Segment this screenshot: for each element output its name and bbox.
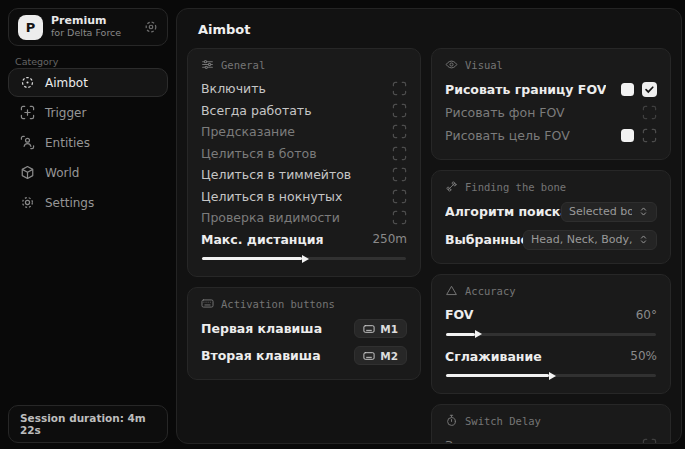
bone-algorithm-dropdown[interactable]: Selected bone: [561, 202, 657, 222]
key-label: M2: [380, 350, 398, 362]
session-duration: Session duration: 4m 22s: [8, 405, 168, 443]
setting-label: Проверка видимости: [201, 210, 340, 225]
checkbox[interactable]: [392, 210, 407, 225]
slider-thumb[interactable]: [549, 372, 556, 380]
stopwatch-icon: [445, 414, 458, 427]
general-card: General Включить Всегда работать: [187, 48, 421, 277]
setting-row: FOV 60°: [445, 304, 657, 326]
card-title-label: Accuracy: [465, 285, 516, 297]
dropdown-value: Head, Neck, Body, Pe..: [531, 233, 632, 246]
sync-icon[interactable]: [144, 20, 158, 34]
color-swatch[interactable]: [621, 129, 634, 142]
sidebar-item-label: Settings: [45, 196, 94, 210]
setting-label: Алгоритм поиска кост: [445, 204, 561, 219]
eye-icon: [445, 58, 458, 71]
checkbox[interactable]: [392, 167, 407, 182]
setting-label: FOV: [445, 307, 474, 322]
sidebar-item-world[interactable]: World: [8, 158, 168, 187]
setting-row: Выбранные кос Head, Neck, Body, Pe..: [445, 228, 657, 251]
setting-label: Выбранные кос: [445, 232, 523, 247]
smoothing-slider[interactable]: [446, 374, 656, 377]
session-duration-label: Session duration: 4m 22s: [20, 412, 156, 436]
switch-delay-card: Switch Delay Задержка переключения Задер…: [431, 404, 671, 444]
setting-row: Вторая клавиша M2: [201, 344, 407, 367]
setting-label: Целиться в тиммейтов: [201, 167, 351, 182]
checkbox[interactable]: [642, 105, 657, 120]
card-title-label: General: [221, 59, 265, 71]
triangle-icon: [445, 284, 458, 297]
sidebar-item-label: World: [45, 166, 79, 180]
setting-label: Предсказание: [201, 124, 295, 139]
premium-card: P Premium for Delta Force: [8, 8, 168, 46]
crosshair-icon: [20, 75, 35, 90]
unfold-icon: [638, 234, 649, 245]
sidebar-item-label: Aimbot: [45, 76, 88, 90]
checkbox[interactable]: [642, 82, 657, 97]
setting-row: Макс. дистанция 250m: [201, 229, 407, 251]
setting-label: Рисовать фон FOV: [445, 105, 565, 120]
app-logo: P: [18, 15, 43, 40]
card-title-label: Switch Delay: [465, 415, 541, 427]
setting-row: Сглаживание 50%: [445, 346, 657, 368]
sidebar-item-settings[interactable]: Settings: [8, 188, 168, 217]
page-title: Aimbot: [198, 22, 681, 37]
slider-thumb[interactable]: [475, 330, 482, 338]
keyboard-icon: [363, 350, 375, 362]
first-key-button[interactable]: M1: [354, 319, 407, 338]
fov-value: 60°: [636, 308, 657, 322]
trigger-icon: [20, 105, 35, 120]
card-title-label: Finding the bone: [465, 181, 566, 193]
category-label: Category: [15, 56, 58, 67]
dropdown-value: Selected bone: [569, 205, 632, 218]
keyboard-icon: [363, 323, 375, 335]
second-key-button[interactable]: M2: [354, 346, 407, 365]
checkbox[interactable]: [392, 81, 407, 96]
sidebar-item-label: Entities: [45, 136, 90, 150]
bone-icon: [445, 180, 458, 193]
setting-label: Сглаживание: [445, 349, 542, 364]
key-label: M1: [380, 323, 398, 335]
color-swatch[interactable]: [621, 83, 634, 96]
setting-row: Рисовать границу FOV: [445, 78, 657, 101]
product-name: Premium: [51, 15, 121, 28]
selected-bones-dropdown[interactable]: Head, Neck, Body, Pe..: [523, 230, 657, 250]
card-title-label: Visual: [465, 59, 503, 71]
sidebar-item-trigger[interactable]: Trigger: [8, 98, 168, 127]
checkbox[interactable]: [392, 124, 407, 139]
setting-row: Задержка переключения: [445, 434, 657, 444]
setting-row: Алгоритм поиска кост Selected bone: [445, 200, 657, 223]
activation-buttons-card: Activation buttons Первая клавиша M1 Вто…: [187, 287, 421, 380]
product-subtitle: for Delta Force: [51, 28, 121, 39]
checkbox[interactable]: [642, 438, 657, 444]
checkbox[interactable]: [392, 103, 407, 118]
setting-label: Всегда работать: [201, 103, 312, 118]
setting-label: Первая клавиша: [201, 321, 322, 336]
setting-label: Целиться в нокнутых: [201, 189, 342, 204]
sliders-icon: [201, 58, 214, 71]
setting-row: Целиться в ботов: [201, 143, 407, 165]
unfold-icon: [638, 206, 649, 217]
setting-row: Целиться в нокнутых: [201, 186, 407, 208]
checkbox[interactable]: [392, 189, 407, 204]
sidebar-nav: Aimbot Trigger Entities: [0, 68, 176, 218]
checkbox[interactable]: [642, 128, 657, 143]
setting-label: Вторая клавиша: [201, 348, 321, 363]
setting-row: Первая клавиша M1: [201, 317, 407, 340]
setting-row: Рисовать фон FOV: [445, 101, 657, 124]
max-distance-slider[interactable]: [202, 257, 406, 260]
setting-label: Включить: [201, 81, 266, 96]
sidebar-item-entities[interactable]: Entities: [8, 128, 168, 157]
checkbox[interactable]: [392, 146, 407, 161]
setting-label: Макс. дистанция: [201, 232, 324, 247]
setting-label: Целиться в ботов: [201, 146, 317, 161]
sidebar-item-aimbot[interactable]: Aimbot: [8, 68, 168, 97]
max-distance-value: 250m: [372, 232, 407, 246]
gear-icon: [20, 195, 35, 210]
accuracy-card: Accuracy FOV 60° Сглаживание 50%: [431, 274, 671, 394]
fov-slider[interactable]: [446, 333, 656, 336]
entities-icon: [20, 135, 35, 150]
slider-thumb[interactable]: [302, 255, 309, 263]
setting-row: Целиться в тиммейтов: [201, 164, 407, 186]
sidebar-item-label: Trigger: [45, 106, 86, 120]
finding-bone-card: Finding the bone Алгоритм поиска кост Se…: [431, 170, 671, 264]
